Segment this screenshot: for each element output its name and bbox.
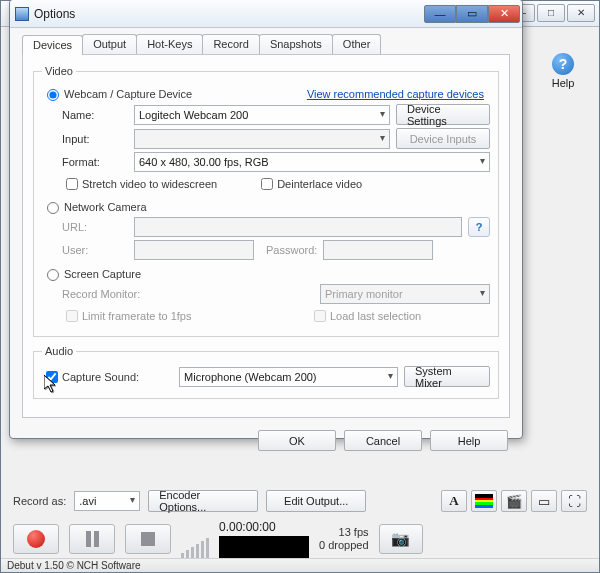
- options-titlebar: Options — ▭ ✕: [10, 0, 522, 28]
- input-select: [134, 129, 390, 149]
- record-as-label: Record as:: [13, 495, 66, 507]
- level-meter-icon: [181, 538, 209, 558]
- device-settings-button[interactable]: Device Settings: [396, 104, 490, 125]
- deinterlace-checkbox[interactable]: [261, 178, 273, 190]
- tab-snapshots[interactable]: Snapshots: [259, 34, 333, 54]
- user-input: [134, 240, 254, 260]
- format-select[interactable]: 640 x 480, 30.00 fps, RGB: [134, 152, 490, 172]
- load-last-label: Load last selection: [330, 310, 490, 322]
- tab-record[interactable]: Record: [202, 34, 259, 54]
- audio-group: Audio Capture Sound: Microphone (Webcam …: [33, 345, 499, 399]
- audio-source-select[interactable]: Microphone (Webcam 200): [179, 367, 398, 387]
- audio-legend: Audio: [42, 345, 76, 357]
- name-select[interactable]: Logitech Webcam 200: [134, 105, 390, 125]
- preview-thumbnail: [219, 536, 309, 558]
- radio-webcam[interactable]: [47, 89, 59, 101]
- device-inputs-button: Device Inputs: [396, 128, 490, 149]
- recommended-devices-link[interactable]: View recommended capture devices: [307, 88, 484, 100]
- encoder-options-button[interactable]: Encoder Options...: [148, 490, 258, 512]
- name-label: Name:: [62, 109, 134, 121]
- password-input: [323, 240, 433, 260]
- limit-fps-checkbox: [66, 310, 78, 322]
- deinterlace-label: Deinterlace video: [277, 178, 362, 190]
- text-overlay-icon[interactable]: A: [441, 490, 467, 512]
- window-capture-icon[interactable]: ▭: [531, 490, 557, 512]
- stop-icon: [141, 532, 155, 546]
- limit-fps-label: Limit framerate to 1fps: [82, 310, 191, 322]
- input-label: Input:: [62, 133, 134, 145]
- widescreen-checkbox[interactable]: [66, 178, 78, 190]
- stop-button[interactable]: [125, 524, 171, 554]
- radio-network-camera[interactable]: [47, 202, 59, 214]
- edit-output-button[interactable]: Edit Output...: [266, 490, 366, 512]
- help-label: Help: [541, 77, 585, 89]
- options-title: Options: [34, 7, 424, 21]
- dropped-readout: 0 dropped: [319, 539, 369, 552]
- tab-output[interactable]: Output: [82, 34, 137, 54]
- capture-sound-label: Capture Sound:: [62, 371, 139, 383]
- main-maximize-button[interactable]: □: [537, 4, 565, 22]
- help-panel[interactable]: ? Help: [541, 53, 585, 89]
- help-button[interactable]: Help: [430, 430, 508, 451]
- capture-sound-checkbox[interactable]: [46, 371, 58, 383]
- ok-button[interactable]: OK: [258, 430, 336, 451]
- options-dialog: Options — ▭ ✕ Devices Output Hot-Keys Re…: [9, 0, 523, 439]
- main-window: — □ ✕ ? Help Options — ▭ ✕ Devices Outpu…: [0, 0, 600, 573]
- radio-screen-label: Screen Capture: [64, 268, 141, 280]
- options-close-button[interactable]: ✕: [488, 5, 520, 23]
- status-bar: Debut v 1.50 © NCH Software: [1, 558, 599, 572]
- devices-panel: Video Webcam / Capture Device View recom…: [22, 54, 510, 418]
- fullscreen-icon[interactable]: ⛶: [561, 490, 587, 512]
- record-monitor-label: Record Monitor:: [62, 288, 162, 300]
- bottom-toolbar: Record as: .avi Encoder Options... Edit …: [1, 484, 599, 558]
- options-tabs: Devices Output Hot-Keys Record Snapshots…: [22, 34, 522, 54]
- help-icon: ?: [552, 53, 574, 75]
- pause-button[interactable]: [69, 524, 115, 554]
- url-label: URL:: [62, 221, 134, 233]
- password-label: Password:: [266, 244, 317, 256]
- record-as-select[interactable]: .avi: [74, 491, 140, 511]
- tab-devices[interactable]: Devices: [22, 35, 83, 55]
- time-display: 0.00:00:00: [219, 520, 309, 534]
- radio-webcam-label: Webcam / Capture Device: [64, 88, 192, 100]
- record-button[interactable]: [13, 524, 59, 554]
- video-group: Video Webcam / Capture Device View recom…: [33, 65, 499, 337]
- url-input: [134, 217, 462, 237]
- snapshot-button[interactable]: 📷: [379, 524, 423, 554]
- radio-network-label: Network Camera: [64, 201, 147, 213]
- cancel-button[interactable]: Cancel: [344, 430, 422, 451]
- format-label: Format:: [62, 156, 134, 168]
- capture-stats: 13 fps 0 dropped: [319, 526, 369, 552]
- camera-icon: 📷: [391, 530, 410, 548]
- record-dot-icon: [27, 530, 45, 548]
- video-legend: Video: [42, 65, 76, 77]
- tab-other[interactable]: Other: [332, 34, 382, 54]
- options-maximize-button[interactable]: ▭: [456, 5, 488, 23]
- options-app-icon: [15, 7, 29, 21]
- options-minimize-button[interactable]: —: [424, 5, 456, 23]
- fps-readout: 13 fps: [319, 526, 369, 539]
- user-label: User:: [62, 244, 134, 256]
- color-adjust-icon[interactable]: [471, 490, 497, 512]
- options-footer: OK Cancel Help: [10, 426, 522, 459]
- widescreen-label: Stretch video to widescreen: [82, 178, 217, 190]
- system-mixer-button[interactable]: System Mixer: [404, 366, 490, 387]
- radio-screen-capture[interactable]: [47, 269, 59, 281]
- tab-hotkeys[interactable]: Hot-Keys: [136, 34, 203, 54]
- network-help-icon[interactable]: ?: [468, 217, 490, 237]
- pause-icon: [86, 531, 99, 547]
- main-close-button[interactable]: ✕: [567, 4, 595, 22]
- load-last-checkbox: [314, 310, 326, 322]
- video-effect-icon[interactable]: 🎬: [501, 490, 527, 512]
- record-monitor-select: Primary monitor: [320, 284, 490, 304]
